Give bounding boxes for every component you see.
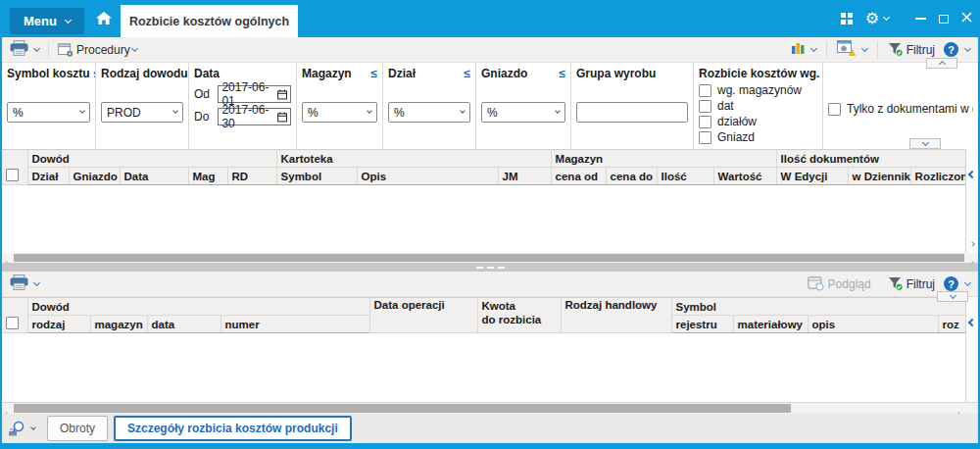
podglad-button[interactable]: Podgląd [808, 276, 873, 291]
details-grid-body[interactable] [2, 333, 965, 402]
dzial-operator[interactable]: ≤ [464, 67, 470, 80]
zoom-view-button[interactable] [8, 421, 35, 436]
col-header-cena-od[interactable]: cena od [551, 168, 606, 185]
col-header-w-edycji[interactable]: W Edycji [776, 168, 848, 185]
checkbox[interactable] [699, 84, 711, 97]
home-button[interactable] [96, 12, 112, 27]
bar-chart-icon [791, 41, 805, 55]
col-header-wartosc[interactable]: Wartość [713, 168, 776, 185]
col-header-rodzaj-handlowy[interactable]: Rodzaj handlowy [561, 298, 671, 333]
calendar-icon [277, 112, 287, 123]
close-button[interactable] [961, 12, 972, 25]
col-header-ilosc[interactable]: Ilość [657, 168, 713, 185]
calendar-icon [277, 89, 287, 100]
magazyn-operator[interactable]: ≤ [370, 67, 377, 80]
magazyn-select[interactable]: % [302, 102, 377, 123]
col-header-opis[interactable]: Opis [357, 168, 498, 185]
checkbox[interactable] [699, 116, 711, 128]
col-header-opis[interactable]: opis [808, 316, 938, 333]
check-wg-magazynow[interactable]: wg. magazynów [699, 83, 817, 97]
col-header-numer[interactable]: numer [220, 316, 369, 333]
col-header-w-dzienniku[interactable]: w Dzienniku [848, 168, 910, 185]
chart-dropdown-chevron-icon[interactable] [810, 44, 817, 51]
col-header-dzial[interactable]: Dział [27, 168, 69, 185]
grupa-wyrobu-input[interactable] [576, 102, 688, 123]
col-header-rodzaj[interactable]: rodzaj [27, 316, 90, 333]
window-settings-chevron-icon[interactable] [861, 44, 868, 51]
apps-grid-icon[interactable] [841, 13, 853, 25]
scroll-left-icon[interactable] [968, 171, 976, 178]
col-header-data-operacji[interactable]: Data operacji [369, 298, 477, 333]
col-header-cena-do[interactable]: cena do [606, 168, 657, 185]
gniazdo-label: Gniazdo [481, 67, 527, 80]
filtruj-button[interactable]: Filtruj [888, 276, 937, 291]
col-header-roz[interactable]: roz [938, 316, 965, 333]
results-grid-body[interactable] [2, 185, 965, 253]
select-all-checkbox[interactable] [6, 317, 19, 329]
minimize-button[interactable] [915, 18, 926, 20]
chart-button[interactable] [791, 41, 805, 58]
menu-button[interactable]: Menu [10, 8, 84, 34]
check-tylko-z-dokumentami[interactable]: Tylko z dokumentami w dzi [828, 102, 973, 116]
collapse-toolbar-button[interactable] [926, 58, 957, 69]
tab-szczegoly-rozbicia[interactable]: Szczegóły rozbicia kosztów produkcji [114, 416, 352, 441]
scroll-right-icon[interactable] [969, 241, 975, 247]
check-gniazd[interactable]: Gniazd [699, 130, 817, 144]
window-settings-button[interactable] [837, 40, 856, 59]
grid1-horizontal-scrollbar[interactable] [2, 253, 978, 263]
settings-button[interactable]: ⚙ [865, 11, 889, 26]
check-dat[interactable]: dat [699, 99, 817, 113]
grid2-horizontal-scrollbar[interactable] [2, 402, 978, 414]
collapse-grid2-button[interactable] [937, 291, 968, 302]
chevron-down-icon [921, 138, 928, 145]
col-header-mag[interactable]: Mag [188, 168, 227, 185]
filtruj-label: Filtruj [906, 277, 935, 291]
dzial-select[interactable]: % [388, 102, 470, 123]
maximize-button[interactable] [939, 15, 949, 24]
col-header-gniazdo[interactable]: Gniazdo [69, 168, 120, 185]
help-button[interactable]: ? [944, 42, 958, 57]
tab-obroty[interactable]: Obroty [47, 416, 108, 441]
col-header-rd[interactable]: RD [227, 168, 276, 185]
col-header-symbol[interactable]: Symbol [276, 168, 357, 185]
date-od-input[interactable]: 2017-06-01 [218, 85, 291, 103]
chevron-down-icon [172, 108, 178, 114]
print-dropdown-chevron-icon[interactable] [33, 278, 40, 285]
col-header-magazyn[interactable]: magazyn [90, 316, 147, 333]
rodzaj-dowodu-select[interactable]: PROD [101, 102, 183, 123]
procedury-button[interactable]: Procedury [58, 43, 137, 57]
date-do-input[interactable]: 2017-06-30 [218, 108, 291, 125]
checkbox[interactable] [699, 100, 711, 113]
print-button[interactable] [10, 40, 28, 59]
collapse-filters-button[interactable] [909, 138, 941, 149]
chevron-up-icon [938, 61, 945, 68]
magazyn-label: Magazyn [302, 67, 352, 80]
print-dropdown-chevron-icon[interactable] [33, 44, 40, 51]
col-header-rejestru[interactable]: rejestru [671, 316, 733, 333]
col-header-jm[interactable]: JM [498, 168, 551, 185]
tab-rozbicie-kosztow-ogolnych[interactable]: Rozbicie kosztów ogólnych [121, 5, 298, 37]
print-button[interactable] [10, 274, 28, 293]
checkbox[interactable] [699, 131, 711, 144]
scroll-left-icon[interactable] [968, 319, 976, 326]
check-dzialow[interactable]: działów [699, 115, 817, 128]
help-dropdown-chevron-icon[interactable] [964, 278, 971, 285]
col-header-kwota-do-rozbicia[interactable]: Kwota do rozbicia [477, 298, 561, 333]
select-all-checkbox[interactable] [6, 169, 19, 181]
checkbox[interactable] [828, 103, 841, 116]
filter-rozbicie-wg: Rozbicie kosztów wg. wg. magazynów dat d… [694, 63, 823, 149]
col-header-materialowy[interactable]: materiałowy [733, 316, 808, 333]
panel-splitter[interactable] [2, 263, 978, 272]
gniazdo-select[interactable]: % [481, 102, 565, 123]
symbol-kosztu-select[interactable]: % [7, 102, 90, 123]
gniazdo-operator[interactable]: ≤ [559, 67, 565, 80]
scrollbar-thumb[interactable] [14, 404, 791, 413]
chevron-down-icon [883, 14, 890, 21]
col-header-data[interactable]: Data [120, 168, 188, 185]
col-header-data[interactable]: data [147, 316, 220, 333]
col-header-rozliczony[interactable]: Rozliczony [910, 168, 965, 185]
scrollbar-thumb[interactable] [14, 254, 964, 262]
help-dropdown-chevron-icon[interactable] [964, 44, 971, 51]
help-button[interactable]: ? [944, 276, 958, 291]
filtruj-button[interactable]: Filtruj [888, 42, 937, 57]
